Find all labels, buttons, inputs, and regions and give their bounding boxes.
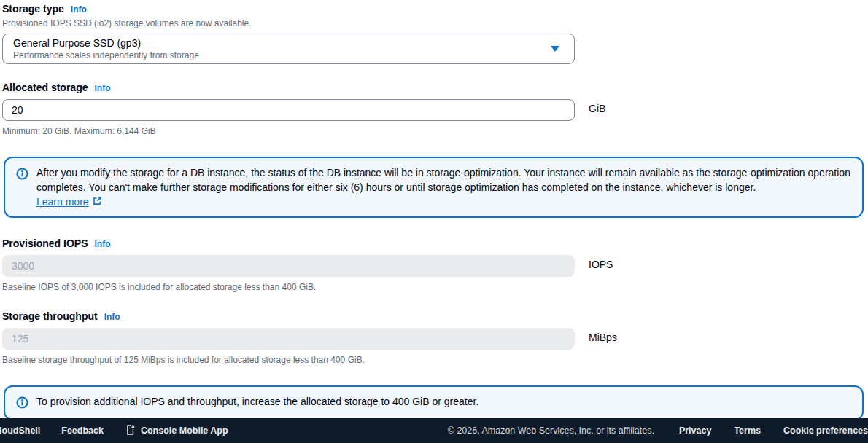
console-mobile-app-link[interactable]: Console Mobile App (125, 424, 228, 438)
storage-settings-form: Storage type Info Provisioned IOPS SSD (… (0, 0, 868, 420)
provisioned-iops-info-link[interactable]: Info (94, 239, 110, 249)
provisioned-iops-unit-label: IOPS (589, 255, 613, 270)
copyright-text: © 2026, Amazon Web Services, Inc. or its… (448, 426, 654, 436)
info-circle-icon (16, 396, 28, 412)
allocated-storage-unit-label: GiB (589, 99, 605, 114)
storage-type-label: Storage type (2, 3, 64, 15)
learn-more-link[interactable]: Learn more (36, 195, 102, 209)
storage-type-select[interactable]: General Purpose SSD (gp3) Performance sc… (2, 34, 575, 64)
storage-throughput-constraint: Baseline storage throughput of 125 MiBps… (2, 355, 868, 365)
storage-throughput-unit-label: MiBps (589, 328, 617, 343)
provisioned-iops-section: Provisioned IOPS Info IOPS Baseline IOPS… (2, 238, 868, 292)
info-circle-icon (16, 168, 28, 209)
provisioned-iops-constraint: Baseline IOPS of 3,000 IOPS is included … (2, 282, 868, 292)
storage-type-description: Provisioned IOPS SSD (io2) storage volum… (2, 18, 868, 28)
allocated-storage-section: Allocated storage Info GiB Minimum: 20 G… (2, 82, 868, 136)
cloudshell-link[interactable]: CloudShell (0, 426, 40, 436)
storage-type-selected-option-description: Performance scales independently from st… (13, 50, 199, 61)
external-link-icon (93, 195, 102, 209)
terms-link[interactable]: Terms (734, 426, 761, 436)
allocated-storage-constraint: Minimum: 20 GiB. Maximum: 6,144 GiB (2, 126, 868, 136)
storage-type-section: Storage type Info Provisioned IOPS SSD (… (2, 3, 868, 64)
storage-throughput-input (2, 328, 575, 350)
provision-additional-info-alert: To provision additional IOPS and through… (4, 385, 864, 420)
storage-throughput-label: Storage throughput (2, 310, 98, 322)
alert-text: After you modify the storage for a DB in… (36, 167, 850, 193)
storage-throughput-info-link[interactable]: Info (104, 312, 120, 322)
allocated-storage-info-link[interactable]: Info (94, 83, 110, 93)
mobile-app-icon (125, 424, 136, 438)
alert-text: To provision additional IOPS and through… (36, 394, 478, 412)
provisioned-iops-input (2, 255, 575, 277)
storage-type-selected-option: General Purpose SSD (gp3) (13, 37, 199, 50)
privacy-link[interactable]: Privacy (679, 426, 711, 436)
provisioned-iops-label: Provisioned IOPS (2, 238, 88, 249)
allocated-storage-label: Allocated storage (2, 82, 88, 93)
feedback-link[interactable]: Feedback (61, 426, 104, 436)
storage-type-info-link[interactable]: Info (71, 4, 87, 15)
storage-throughput-section: Storage throughput Info MiBps Baseline s… (2, 310, 868, 365)
cookie-preferences-link[interactable]: Cookie preferences (783, 426, 868, 436)
console-footer: CloudShell Feedback Console Mobile App ©… (0, 418, 868, 443)
storage-optimization-info-alert: After you modify the storage for a DB in… (4, 157, 864, 218)
chevron-down-icon (551, 46, 559, 52)
allocated-storage-input[interactable] (2, 99, 575, 121)
